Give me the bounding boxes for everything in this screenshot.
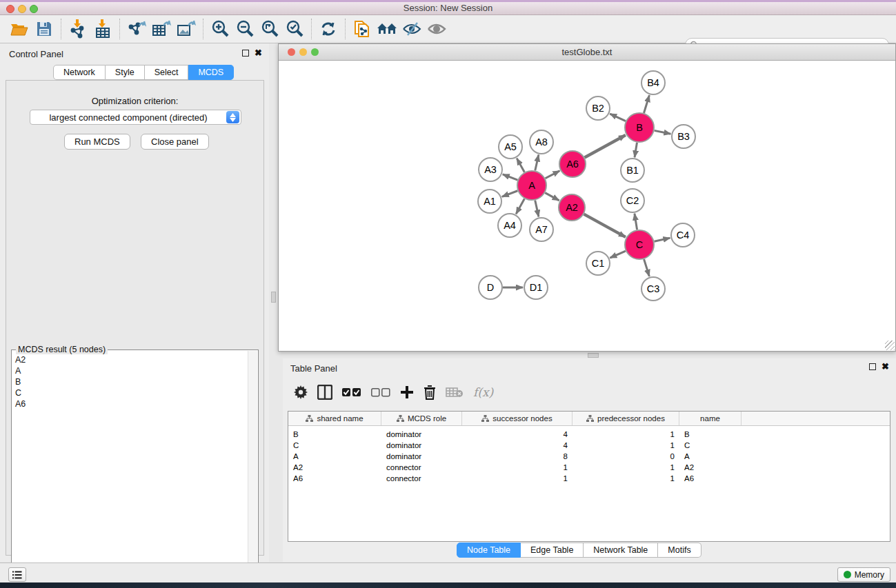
tab-style[interactable]: Style xyxy=(106,65,145,80)
table-row[interactable]: Cdominator41C xyxy=(288,440,890,451)
result-item[interactable]: C xyxy=(12,387,248,398)
graph-node-B4[interactable]: B4 xyxy=(641,71,665,94)
mcds-result-title: MCDS result (5 nodes) xyxy=(16,345,108,354)
graph-node-A3[interactable]: A3 xyxy=(479,158,502,181)
close-panel-button[interactable]: Close panel xyxy=(141,134,209,150)
graph-node-A4[interactable]: A4 xyxy=(498,214,521,237)
memory-button[interactable]: Memory xyxy=(837,567,890,582)
result-item[interactable]: A xyxy=(12,365,248,376)
export-table-icon[interactable] xyxy=(149,18,174,40)
float-table-panel-icon[interactable] xyxy=(869,363,876,370)
minimize-window-button[interactable] xyxy=(18,5,26,13)
maximize-window-button[interactable] xyxy=(30,5,38,13)
result-scrollbar[interactable] xyxy=(248,351,257,581)
export-network-icon[interactable] xyxy=(124,18,149,40)
column-header-label: successor nodes xyxy=(492,414,552,423)
result-item[interactable]: B xyxy=(12,376,248,387)
export-image-icon[interactable] xyxy=(174,18,199,40)
close-window-button[interactable] xyxy=(6,5,14,13)
column-header-MCDS-role[interactable]: MCDS role xyxy=(381,412,462,425)
hide-eye-icon[interactable] xyxy=(399,18,424,40)
open-file-icon[interactable] xyxy=(7,18,32,40)
column-header-label: predecessor nodes xyxy=(597,414,665,423)
import-table-icon[interactable] xyxy=(90,18,115,40)
graph-node-D[interactable]: D xyxy=(479,276,502,299)
net-minimize-button[interactable] xyxy=(299,48,307,56)
graph-node-B3[interactable]: B3 xyxy=(672,125,695,148)
add-column-icon[interactable] xyxy=(400,385,414,399)
net-maximize-button[interactable] xyxy=(311,48,319,56)
graph-node-C2[interactable]: C2 xyxy=(621,189,644,212)
graph-node-B2[interactable]: B2 xyxy=(586,97,610,120)
show-eye-icon[interactable] xyxy=(424,18,449,40)
criterion-dropdown[interactable]: largest connected component (directed) xyxy=(30,110,241,125)
graph-node-C[interactable]: C xyxy=(625,230,654,259)
vertical-splitter-handle[interactable] xyxy=(271,292,276,303)
graph-node-C1[interactable]: C1 xyxy=(586,252,610,275)
graph-node-A2[interactable]: A2 xyxy=(559,194,585,221)
deselect-all-icon[interactable] xyxy=(371,388,390,397)
node-table[interactable]: shared nameMCDS rolesuccessor nodesprede… xyxy=(288,411,890,542)
graph-node-C4[interactable]: C4 xyxy=(671,223,695,247)
column-header-name[interactable]: name xyxy=(679,412,741,425)
tab-node-table[interactable]: Node Table xyxy=(457,543,521,558)
result-item[interactable]: A6 xyxy=(12,398,248,409)
table-row[interactable]: Adominator80A xyxy=(288,451,890,462)
refresh-icon[interactable] xyxy=(316,18,341,40)
float-panel-icon[interactable] xyxy=(242,50,249,57)
edge-A-A2 xyxy=(545,193,559,201)
select-all-icon[interactable] xyxy=(342,388,361,397)
table-header-row[interactable]: shared nameMCDS rolesuccessor nodesprede… xyxy=(288,412,890,426)
close-table-panel-icon[interactable]: ✖ xyxy=(882,363,889,370)
tab-mcds[interactable]: MCDS xyxy=(188,65,234,80)
graph-node-B[interactable]: B xyxy=(625,113,654,142)
svg-text:A3: A3 xyxy=(484,164,497,175)
network-window-titlebar[interactable]: testGlobe.txt xyxy=(279,44,895,61)
horizontal-splitter-handle[interactable] xyxy=(588,353,599,358)
tab-network[interactable]: Network xyxy=(53,65,106,80)
run-mcds-button[interactable]: Run MCDS xyxy=(64,134,130,150)
cell-MCDS-role: dominator xyxy=(381,441,462,449)
graph-node-A[interactable]: A xyxy=(517,171,546,200)
panel-menu-button[interactable] xyxy=(8,567,26,582)
import-network-icon[interactable] xyxy=(66,18,90,40)
tab-network-table[interactable]: Network Table xyxy=(584,543,658,558)
column-header-label: shared name xyxy=(317,414,363,423)
mcds-result-list[interactable]: A2ABCA6 xyxy=(12,354,248,581)
houses-icon[interactable] xyxy=(375,18,399,40)
graph-node-A6[interactable]: A6 xyxy=(559,151,586,177)
tab-motifs[interactable]: Motifs xyxy=(658,543,701,558)
graph-node-A1[interactable]: A1 xyxy=(478,190,501,213)
table-row[interactable]: Bdominator41B xyxy=(288,429,890,440)
save-session-icon[interactable] xyxy=(32,18,57,40)
tab-edge-table[interactable]: Edge Table xyxy=(521,543,584,558)
delete-column-icon[interactable] xyxy=(424,385,436,400)
close-panel-icon[interactable]: ✖ xyxy=(255,50,262,57)
graph-node-C3[interactable]: C3 xyxy=(641,277,665,301)
table-panel: Table Panel ✖ f(x) shared nameMCDS roles… xyxy=(283,358,896,562)
open-session-file-icon[interactable] xyxy=(350,18,375,40)
column-header-shared-name[interactable]: shared name xyxy=(288,412,381,425)
show-columns-icon[interactable] xyxy=(317,385,332,400)
window-resize-grip[interactable] xyxy=(885,341,895,350)
graph-node-D1[interactable]: D1 xyxy=(524,276,548,299)
column-header-successor-nodes[interactable]: successor nodes xyxy=(462,412,573,425)
graph-node-A5[interactable]: A5 xyxy=(499,135,522,159)
tab-select[interactable]: Select xyxy=(145,65,189,80)
table-row[interactable]: A2connector11A2 xyxy=(288,462,890,473)
table-row[interactable]: A6connector11A6 xyxy=(288,473,890,484)
network-graph-canvas[interactable]: AA6A2BCA1A3A4A5A7A8B1B2B3B4C1C2C3C4DD1 xyxy=(279,61,895,351)
zoom-selected-icon[interactable] xyxy=(282,18,307,40)
graph-node-A7[interactable]: A7 xyxy=(530,218,553,241)
zoom-in-icon[interactable] xyxy=(208,18,232,40)
edge-A-A4 xyxy=(516,199,524,214)
graph-node-B1[interactable]: B1 xyxy=(621,159,644,182)
column-header-predecessor-nodes[interactable]: predecessor nodes xyxy=(573,412,679,425)
table-settings-gear-icon[interactable] xyxy=(294,385,308,399)
graph-node-A8[interactable]: A8 xyxy=(530,130,553,154)
net-close-button[interactable] xyxy=(288,48,295,56)
zoom-fit-icon[interactable] xyxy=(257,18,282,40)
result-item[interactable]: A2 xyxy=(12,354,248,365)
zoom-out-icon[interactable] xyxy=(232,18,257,40)
cell-name: A6 xyxy=(679,474,741,483)
